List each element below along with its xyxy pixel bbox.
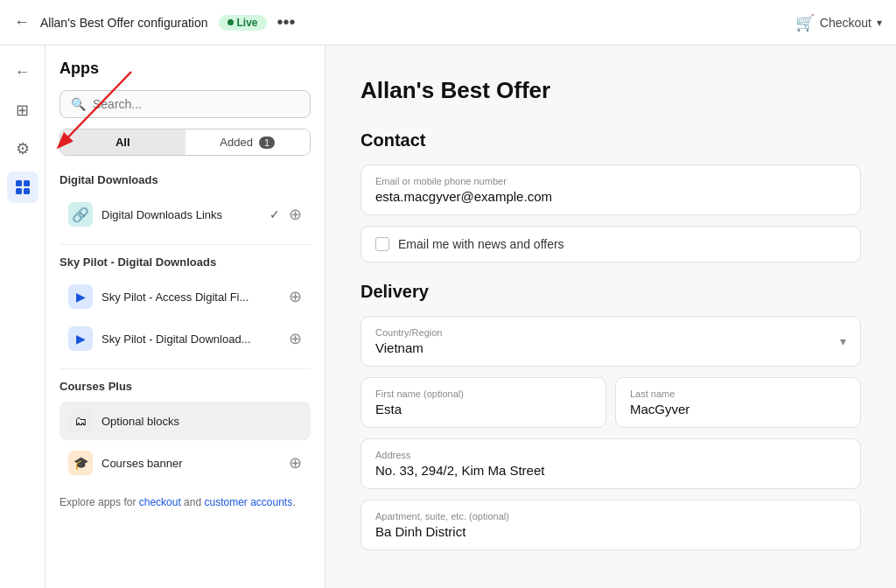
section-digital-downloads: Digital Downloads xyxy=(60,173,311,186)
email-field-value: esta.macgyver@example.com xyxy=(375,189,846,204)
svg-rect-2 xyxy=(16,188,22,194)
add-icon-courses-banner[interactable]: ⊕ xyxy=(289,453,302,472)
delivery-heading: Delivery xyxy=(360,282,861,302)
cart-icon: 🛒 xyxy=(795,13,815,32)
app-name-sky-pilot-1: Sky Pilot - Access Digital Fi... xyxy=(102,290,280,304)
divider-2 xyxy=(60,368,311,369)
apartment-card: Apartment, suite, etc. (optional) Ba Din… xyxy=(360,500,861,550)
section-sky-pilot: Sky Pilot - Digital Downloads xyxy=(60,256,311,269)
country-label: Country/Region xyxy=(375,327,442,338)
apps-panel-title: Apps xyxy=(60,60,311,78)
sidebar-gear-button[interactable]: ⚙ xyxy=(7,133,38,164)
checkout-label: Checkout xyxy=(820,16,872,30)
search-icon: 🔍 xyxy=(71,97,86,111)
topbar: ← Allan's Best Offer configuration Live … xyxy=(0,0,896,46)
topbar-left: ← Allan's Best Offer configuration Live … xyxy=(14,12,296,32)
country-chevron-icon: ▾ xyxy=(840,334,846,348)
name-row: First name (optional) Esta Last name Mac… xyxy=(360,377,861,438)
add-icon-sky-pilot-1[interactable]: ⊕ xyxy=(289,287,302,306)
icon-sidebar: ← ⊞ ⚙ xyxy=(0,46,46,588)
tab-added[interactable]: Added 1 xyxy=(186,130,311,155)
search-box[interactable]: 🔍 xyxy=(60,90,311,118)
svg-rect-1 xyxy=(24,180,30,186)
app-item-sky-pilot-2[interactable]: ▶ Sky Pilot - Digital Download... ⊕ xyxy=(60,319,311,358)
main-content: Allan's Best Offer Contact Email or mobi… xyxy=(326,46,896,588)
live-dot xyxy=(228,19,234,25)
email-checkbox-label: Email me with news and offers xyxy=(398,237,564,251)
last-name-value: MacGyver xyxy=(630,402,846,416)
apartment-label: Apartment, suite, etc. (optional) xyxy=(375,511,846,522)
topbar-title: Allan's Best Offer configuration xyxy=(40,16,208,30)
sky-pilot-icon-1: ▶ xyxy=(68,284,93,309)
email-newsletter-card: Email me with news and offers xyxy=(360,226,861,262)
first-name-card: First name (optional) Esta xyxy=(360,377,606,428)
courses-banner-icon: 🎓 xyxy=(68,451,93,475)
email-newsletter-row[interactable]: Email me with news and offers xyxy=(361,227,860,262)
more-menu-button[interactable]: ••• xyxy=(277,12,296,32)
first-name-value: Esta xyxy=(375,402,592,416)
tab-group: All Added 1 xyxy=(60,129,311,156)
last-name-field[interactable]: Last name MacGyver xyxy=(616,378,860,427)
address-field[interactable]: Address No. 33, 294/2, Kim Ma Street xyxy=(361,439,860,488)
add-icon-digital[interactable]: ⊕ xyxy=(289,205,302,224)
address-label: Address xyxy=(375,450,846,460)
email-field-label: Email or mobile phone number xyxy=(375,176,846,186)
first-name-label: First name (optional) xyxy=(375,388,592,399)
sidebar-grid-button[interactable]: ⊞ xyxy=(7,94,38,126)
app-name-digital-downloads: Digital Downloads Links xyxy=(102,208,261,221)
sky-pilot-icon-2: ▶ xyxy=(68,326,93,351)
offer-title: Allan's Best Offer xyxy=(360,77,861,104)
address-card: Address No. 33, 294/2, Kim Ma Street xyxy=(360,438,861,489)
apartment-field[interactable]: Apartment, suite, etc. (optional) Ba Din… xyxy=(361,500,860,550)
address-value: No. 33, 294/2, Kim Ma Street xyxy=(375,463,846,478)
tab-all[interactable]: All xyxy=(60,130,186,155)
contact-heading: Contact xyxy=(360,130,861,150)
country-value: Vietnam xyxy=(375,340,442,355)
apps-panel: Apps 🔍 All Added 1 Digital Downloads 🔗 D… xyxy=(46,46,326,588)
country-card: Country/Region Vietnam ▾ xyxy=(360,316,861,367)
app-item-digital-downloads-links[interactable]: 🔗 Digital Downloads Links ✓ ⊕ xyxy=(60,195,311,234)
sidebar-apps-button[interactable] xyxy=(7,172,38,203)
app-item-sky-pilot-1[interactable]: ▶ Sky Pilot - Access Digital Fi... ⊕ xyxy=(60,277,311,316)
apps-icon xyxy=(14,178,32,196)
first-name-field[interactable]: First name (optional) Esta xyxy=(361,378,606,427)
app-item-courses-banner[interactable]: 🎓 Courses banner ⊕ xyxy=(60,444,311,482)
country-select[interactable]: Country/Region Vietnam ▾ xyxy=(361,317,860,366)
add-icon-sky-pilot-2[interactable]: ⊕ xyxy=(289,329,302,348)
last-name-label: Last name xyxy=(630,388,846,399)
optional-blocks-icon: 🗂 xyxy=(68,409,93,433)
divider-1 xyxy=(60,244,311,245)
app-name-sky-pilot-2: Sky Pilot - Digital Download... xyxy=(102,332,280,346)
checkout-button[interactable]: 🛒 Checkout ▾ xyxy=(795,13,882,32)
back-button[interactable]: ← xyxy=(14,13,30,32)
explore-checkout-link[interactable]: checkout xyxy=(139,496,181,508)
app-name-courses-banner: Courses banner xyxy=(102,457,280,470)
explore-text: Explore apps for checkout and customer a… xyxy=(60,494,311,511)
app-item-optional-blocks[interactable]: 🗂 Optional blocks xyxy=(60,402,311,440)
contact-email-card: Email or mobile phone number esta.macgyv… xyxy=(360,164,861,215)
last-name-card: Last name MacGyver xyxy=(615,377,861,428)
live-label: Live xyxy=(237,17,258,29)
app-name-optional-blocks: Optional blocks xyxy=(102,415,302,428)
section-courses-plus: Courses Plus xyxy=(60,380,311,393)
check-icon: ✓ xyxy=(270,207,280,221)
live-badge: Live xyxy=(219,15,267,31)
email-field[interactable]: Email or mobile phone number esta.macgyv… xyxy=(361,165,860,214)
explore-customer-accounts-link[interactable]: customer accounts xyxy=(204,496,292,508)
digital-downloads-icon: 🔗 xyxy=(68,202,93,227)
apartment-value: Ba Dinh District xyxy=(375,524,846,539)
search-input[interactable] xyxy=(93,97,299,111)
email-checkbox[interactable] xyxy=(375,237,389,251)
sidebar-back-button[interactable]: ← xyxy=(7,56,38,88)
chevron-down-icon: ▾ xyxy=(877,17,882,29)
svg-rect-0 xyxy=(16,180,22,186)
svg-rect-3 xyxy=(24,188,30,194)
